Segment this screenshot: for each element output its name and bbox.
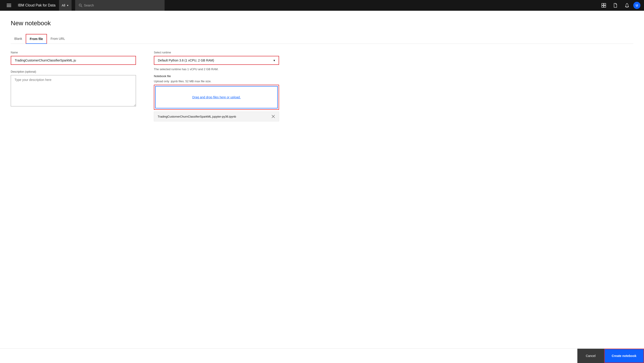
notification-icon-button[interactable] <box>622 0 632 11</box>
notebook-file-label: Notebook file <box>154 74 279 78</box>
description-group: Description (optional) <box>11 70 136 106</box>
uploaded-file-name: TradingCustomerChurnClassifierSparkML.ju… <box>158 115 236 118</box>
search-bar[interactable] <box>75 0 164 11</box>
cancel-button[interactable]: Cancel <box>577 349 604 363</box>
avatar[interactable]: U <box>633 2 640 9</box>
svg-rect-8 <box>604 5 606 7</box>
header: IBM Cloud Pak for Data All ▼ <box>0 0 644 11</box>
svg-rect-6 <box>604 3 606 5</box>
file-remove-button[interactable] <box>271 114 275 118</box>
form-left: Name Description (optional) <box>11 51 136 121</box>
name-group: Name <box>11 51 136 65</box>
name-label: Name <box>11 51 136 54</box>
search-icon <box>79 3 82 7</box>
bell-icon <box>625 3 629 7</box>
form: Name Description (optional) Select runti… <box>11 51 279 121</box>
name-input[interactable] <box>11 56 136 65</box>
grid-icon <box>602 3 606 7</box>
drag-drop-link[interactable]: Drag and drop files here or upload. <box>192 95 240 99</box>
tabs-container: Blank From file From URL <box>11 34 633 44</box>
runtime-select[interactable]: Default Python 3.6 (1 vCPU, 2 GB RAM) ▾ <box>154 56 279 65</box>
svg-rect-5 <box>602 3 604 5</box>
upload-info: Upload only .ipynb files. 52 MB max file… <box>154 80 279 83</box>
document-icon-button[interactable] <box>610 0 621 11</box>
hamburger-icon <box>7 4 11 7</box>
footer: Cancel Create notebook <box>0 349 644 363</box>
uploaded-file-item: TradingCustomerChurnClassifierSparkML.ju… <box>154 111 279 121</box>
svg-line-4 <box>81 6 82 7</box>
tab-from-url[interactable]: From URL <box>47 34 69 44</box>
create-notebook-button[interactable]: Create notebook <box>604 349 644 363</box>
chevron-down-icon: ▾ <box>274 58 275 62</box>
runtime-value: Default Python 3.6 (1 vCPU, 2 GB RAM) <box>158 58 214 62</box>
menu-button[interactable] <box>4 0 14 11</box>
all-dropdown[interactable]: All ▼ <box>59 0 71 11</box>
svg-rect-1 <box>7 5 11 5</box>
header-icons: U <box>598 0 640 11</box>
document-icon <box>614 3 617 7</box>
upload-drop-zone[interactable]: Drag and drop files here or upload. <box>155 86 278 108</box>
grid-icon-button[interactable] <box>598 0 609 11</box>
page-title: New notebook <box>11 20 633 27</box>
search-input[interactable] <box>84 3 161 7</box>
tab-from-file[interactable]: From file <box>26 34 47 44</box>
description-textarea[interactable] <box>11 75 136 106</box>
notebook-file-section: Notebook file Upload only .ipynb files. … <box>154 74 279 121</box>
svg-rect-2 <box>7 6 11 7</box>
close-icon <box>272 115 275 118</box>
form-right: Select runtime Default Python 3.6 (1 vCP… <box>154 51 279 121</box>
svg-rect-7 <box>602 5 604 7</box>
main-content: New notebook Blank From file From URL Na… <box>0 11 644 363</box>
runtime-label: Select runtime <box>154 51 279 54</box>
footer-actions: Cancel Create notebook <box>577 349 644 363</box>
runtime-group: Select runtime Default Python 3.6 (1 vCP… <box>154 51 279 71</box>
runtime-info: The selected runtime has 1 vCPU and 2 GB… <box>154 67 279 71</box>
description-label: Description (optional) <box>11 70 136 73</box>
svg-rect-0 <box>7 4 11 4</box>
tab-blank[interactable]: Blank <box>11 34 26 44</box>
upload-drop-outer: Drag and drop files here or upload. <box>154 85 279 110</box>
chevron-icon: ▼ <box>67 4 69 7</box>
brand-name: IBM Cloud Pak for Data <box>18 3 56 7</box>
